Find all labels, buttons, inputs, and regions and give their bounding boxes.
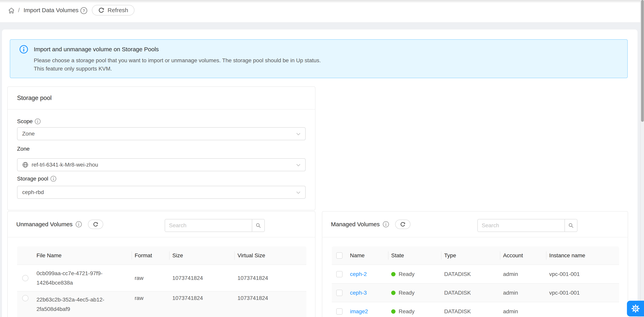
column-header-account: Account xyxy=(500,252,546,259)
table-row[interactable]: ceph-2 Ready DATADISK admin vpc-001-001 xyxy=(332,264,619,283)
cell-size: 1073741824 xyxy=(169,275,234,281)
zone-select[interactable]: ref-trl-6341-k-Mr8-wei-zhou xyxy=(17,158,306,171)
cell-virtual-size: 1073741824 xyxy=(234,275,306,281)
table-row[interactable]: image2 Ready DATADISK admin xyxy=(332,302,619,317)
row-checkbox[interactable] xyxy=(336,290,342,296)
main-panel: Import and unmanage volume on Storage Po… xyxy=(2,30,638,317)
storage-pool-label-text: Storage pool xyxy=(17,176,48,182)
storage-pool-card-title: Storage pool xyxy=(8,87,315,110)
managed-search-button[interactable] xyxy=(564,219,577,232)
alert-description-line1: Please choose a storage pool that you wa… xyxy=(34,57,321,64)
select-all-checkbox[interactable] xyxy=(336,252,342,259)
ready-status-dot xyxy=(391,291,396,295)
reload-icon xyxy=(93,221,98,227)
help-question-icon[interactable] xyxy=(80,7,88,14)
section-divider xyxy=(8,237,315,237)
globe-icon xyxy=(22,162,28,168)
managed-title: Managed Volumes xyxy=(331,221,380,228)
unmanaged-search xyxy=(165,219,265,232)
unmanaged-table: File Name Format Size Virtual Size 0cb09… xyxy=(17,246,306,317)
column-header-format: Format xyxy=(132,252,169,259)
settings-fab-button[interactable] xyxy=(627,301,644,316)
reload-icon xyxy=(400,221,406,227)
breadcrumb-page-title: Import Data Volumes xyxy=(24,7,78,14)
column-header-state: State xyxy=(388,252,441,259)
chevron-down-icon xyxy=(296,131,301,137)
unmanaged-title: Unmanaged Volumes xyxy=(16,221,72,228)
cell-instance: vpc-001-001 xyxy=(546,271,619,277)
cell-size: 1073741824 xyxy=(169,295,234,301)
managed-volumes-card: Managed Volumes Name State Type xyxy=(322,211,628,317)
row-radio[interactable] xyxy=(22,275,28,281)
managed-table-header: Name State Type Account Instance name xyxy=(332,246,619,264)
column-header-size: Size xyxy=(169,252,234,259)
cell-state: Ready xyxy=(399,290,414,296)
cell-state: Ready xyxy=(399,308,414,315)
refresh-label: Refresh xyxy=(108,7,128,14)
section-divider xyxy=(322,237,628,237)
storage-pool-select[interactable]: ceph-rbd xyxy=(17,186,306,199)
managed-refresh-button[interactable] xyxy=(395,220,410,229)
row-checkbox[interactable] xyxy=(336,308,342,315)
alert-description-line2: This feature only supports KVM. xyxy=(34,66,112,72)
cell-account: admin xyxy=(500,308,546,315)
ready-status-dot xyxy=(391,309,396,314)
managed-table: Name State Type Account Instance name ce… xyxy=(332,246,619,317)
unmanaged-volumes-card: Unmanaged Volumes File Name Format Siz xyxy=(7,211,316,317)
zone-select-value: ref-trl-6341-k-Mr8-wei-zhou xyxy=(32,162,98,168)
zone-field-label: Zone xyxy=(17,146,30,152)
info-circle-icon xyxy=(382,221,389,228)
managed-section-header: Managed Volumes xyxy=(331,211,410,237)
cell-type: DATADISK xyxy=(441,308,500,315)
chevron-down-icon xyxy=(296,190,301,196)
column-header-instance: Instance name xyxy=(546,252,619,259)
search-icon xyxy=(568,222,574,228)
cell-type: DATADISK xyxy=(441,290,500,296)
gear-icon xyxy=(631,304,640,313)
refresh-button[interactable]: Refresh xyxy=(92,5,134,16)
scope-label-text: Scope xyxy=(17,118,32,125)
breadcrumb-separator: / xyxy=(18,7,20,14)
table-row[interactable]: ceph-3 Ready DATADISK admin vpc-001-001 xyxy=(332,283,619,302)
storage-pool-select-value: ceph-rbd xyxy=(22,189,44,195)
zone-label-text: Zone xyxy=(17,146,30,152)
info-circle-icon xyxy=(75,221,82,228)
scope-select-value: Zone xyxy=(22,131,35,137)
volume-name-link[interactable]: image2 xyxy=(350,308,368,314)
cell-type: DATADISK xyxy=(441,271,500,277)
column-header-type: Type xyxy=(441,252,500,259)
import-data-volumes-page: / Import Data Volumes Refresh Import and… xyxy=(0,0,644,317)
unmanaged-refresh-button[interactable] xyxy=(88,220,103,229)
ready-status-dot xyxy=(391,272,396,276)
row-checkbox[interactable] xyxy=(336,271,342,277)
storage-pool-field-label: Storage pool xyxy=(17,176,56,182)
table-row[interactable]: 0cb099aa-cc7e-4721-97f9-14264bce838a raw… xyxy=(17,264,306,291)
cell-virtual-size: 1073741824 xyxy=(234,295,306,301)
volume-name-link[interactable]: ceph-2 xyxy=(350,271,367,277)
info-circle-icon xyxy=(34,118,41,125)
unmanaged-search-button[interactable] xyxy=(252,219,264,232)
managed-search xyxy=(477,219,578,232)
row-radio[interactable] xyxy=(22,295,28,301)
scope-field-label: Scope xyxy=(17,118,41,125)
info-circle-icon xyxy=(19,45,28,54)
managed-search-input[interactable] xyxy=(478,219,564,232)
storage-pool-card: Storage pool Scope Zone Zone ref-trl-634… xyxy=(7,86,316,210)
unmanaged-section-header: Unmanaged Volumes xyxy=(16,211,103,237)
home-icon[interactable] xyxy=(8,7,15,15)
column-header-name: Name xyxy=(347,252,388,259)
alert-title: Import and unmanage volume on Storage Po… xyxy=(34,46,159,53)
column-header-file-name: File Name xyxy=(33,252,132,259)
scrollbar-thumb[interactable] xyxy=(641,0,644,122)
info-alert: Import and unmanage volume on Storage Po… xyxy=(10,39,628,78)
cell-account: admin xyxy=(500,290,546,296)
scope-select[interactable]: Zone xyxy=(17,127,306,140)
table-row[interactable]: 22b63c2b-352a-4ec5-ab12-2fa508d4baf9 raw… xyxy=(17,291,306,317)
cell-instance: vpc-001-001 xyxy=(546,290,619,296)
breadcrumb-bar: / Import Data Volumes Refresh xyxy=(0,0,644,22)
cell-format: raw xyxy=(132,275,169,281)
cell-state: Ready xyxy=(399,271,414,277)
volume-name-link[interactable]: ceph-3 xyxy=(350,290,367,296)
unmanaged-search-input[interactable] xyxy=(165,219,252,232)
scrollbar[interactable] xyxy=(640,0,644,317)
